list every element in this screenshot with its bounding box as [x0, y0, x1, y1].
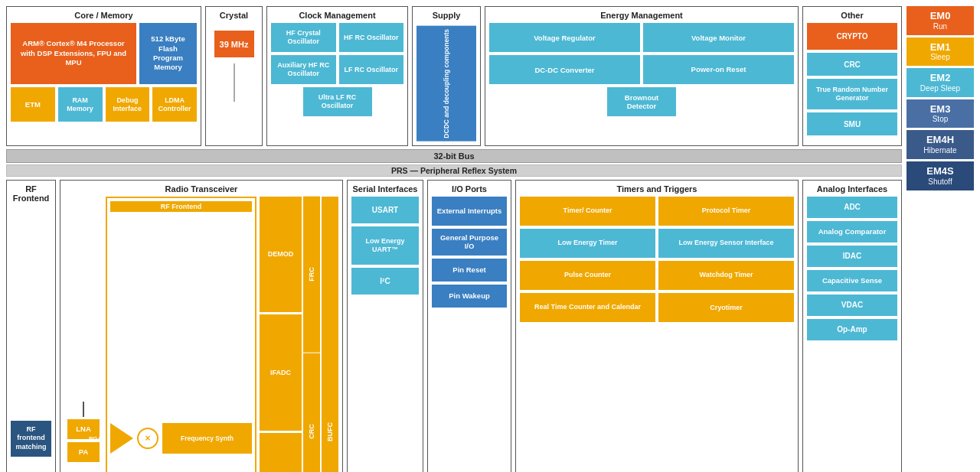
- em3-box: EM3 Stop: [906, 99, 974, 129]
- em4s-box: EM4S Shutoff: [906, 161, 974, 190]
- serial-section: Serial Interfaces USART Low Energy UART™…: [347, 180, 423, 472]
- crc-radio-box: CRC: [303, 353, 320, 472]
- rf-components-row: PGA × Frequency Synth: [110, 215, 252, 472]
- dcdc-box: DCDC and decoupling components: [416, 26, 476, 142]
- protocol-timer-box: Protocol Timer: [658, 197, 794, 226]
- lf-rc-box: LF RC Oscillator: [339, 55, 404, 84]
- io-section: I/O Ports External Interrupts General Pu…: [427, 180, 511, 472]
- demod-box: DEMOD: [260, 197, 302, 313]
- pga-label: PGA: [89, 435, 102, 442]
- io-title: I/O Ports: [432, 184, 507, 194]
- adc-box: ADC: [807, 197, 897, 218]
- timers-section: Timers and Triggers Timer/ Counter Proto…: [515, 180, 799, 472]
- em0-label: EM0: [910, 10, 971, 22]
- analog-stack: ADC Analog Comparator IDAC Capacitive Se…: [807, 197, 897, 340]
- pulse-counter-box: Pulse Counter: [520, 261, 655, 290]
- em4h-label: EM4H: [910, 134, 971, 146]
- cryotimer-box: Cryotimer: [658, 293, 794, 322]
- cap-sense-box: Capacitive Sense: [807, 270, 897, 291]
- low-energy-uart-box: Low Energy UART™: [351, 226, 419, 265]
- rf-frontend-label: RF frontend matching: [11, 421, 51, 457]
- serial-stack: USART Low Energy UART™ I²C: [351, 197, 419, 295]
- em1-label: EM1: [910, 41, 971, 54]
- core-row1: ARM® Cortex® M4 Processor with DSP Exten…: [11, 23, 197, 84]
- bus-section: 32-bit Bus PRS — Peripheral Reflex Syste…: [6, 149, 902, 177]
- vdac-box: VDAC: [807, 295, 897, 316]
- timers-title: Timers and Triggers: [520, 184, 794, 194]
- ultra-lf-box: Ultra LF RC Oscillator: [303, 87, 372, 116]
- radio-section: Radio Transceiver LNA PA RF Frontend: [60, 180, 343, 472]
- arm-box: ARM® Cortex® M4 Processor with DSP Exten…: [11, 23, 136, 84]
- radio-right: DEMOD IFADC AGC MOD FRC CRC RAC: [260, 197, 338, 472]
- idac-box: IDAC: [807, 246, 897, 267]
- energy-section: Energy Management Voltage Regulator Volt…: [485, 6, 799, 146]
- watchdog-box: Watchdog Timer: [658, 261, 794, 290]
- io-stack: External Interrupts General Purpose I/O …: [432, 197, 507, 308]
- flash-box: 512 kByte Flash Program Memory: [139, 23, 197, 84]
- serial-title: Serial Interfaces: [351, 184, 419, 194]
- clock-section: Clock Management HF Crystal Oscillator H…: [266, 6, 408, 146]
- energy-grid: Voltage Regulator Voltage Monitor DC-DC …: [489, 23, 794, 84]
- clock-grid: HF Crystal Oscillator HF RC Oscillator A…: [271, 23, 403, 84]
- em4s-label: EM4S: [910, 165, 971, 177]
- em4h-sublabel: Hibernate: [910, 146, 971, 155]
- crystal-section: Crystal 39 MHz: [205, 6, 263, 146]
- clock-bottom: Ultra LF RC Oscillator: [271, 87, 403, 116]
- i2c-box: I²C: [351, 268, 419, 295]
- em4h-box: EM4H Hibernate: [906, 130, 974, 159]
- dsp-col: DEMOD IFADC AGC MOD: [260, 197, 302, 472]
- real-time-box: Real Time Counter and Calendar: [520, 293, 655, 322]
- voltage-reg-box: Voltage Regulator: [489, 23, 640, 52]
- core-memory-section: Core / Memory ARM® Cortex® M4 Processor …: [6, 6, 201, 146]
- low-energy-timer-box: Low Energy Timer: [520, 229, 655, 258]
- radio-left: LNA PA: [64, 197, 103, 472]
- radio-antenna-line: [83, 402, 84, 417]
- brownout-box: Brownout Detector: [607, 87, 676, 116]
- core-memory-content: ARM® Cortex® M4 Processor with DSP Exten…: [11, 23, 197, 122]
- bus-prs: PRS — Peripheral Reflex System: [6, 164, 902, 177]
- crystal-freq: 39 MHz: [214, 31, 254, 57]
- pa-box: PA: [67, 442, 100, 462]
- em1-box: EM1 Sleep: [906, 37, 974, 67]
- analog-comp-box: Analog Comparator: [807, 221, 897, 243]
- other-section: Other CRYPTO CRC True Random Number Gene…: [802, 6, 902, 146]
- em3-label: EM3: [910, 103, 971, 116]
- trng-box: True Random Number Generator: [807, 79, 897, 109]
- pga-triangle: [110, 423, 133, 454]
- aux-hf-box: Auxiliary HF RC Oscillator: [271, 55, 336, 84]
- rf-frontend-inner: RF Frontend PGA × Frequency Synth: [106, 197, 256, 472]
- crystal-line: [234, 63, 235, 102]
- bus-32bit: 32-bit Bus: [6, 149, 902, 163]
- pin-wakeup-box: Pin Wakeup: [432, 285, 507, 308]
- radio-inner: LNA PA RF Frontend PGA: [64, 197, 338, 472]
- rf-frontend-inner-label: RF Frontend: [110, 201, 252, 212]
- crc-box: CRC: [807, 53, 897, 76]
- other-title: Other: [807, 11, 897, 20]
- analog-title: Analog Interfaces: [807, 184, 897, 194]
- core-row2: ETM RAM Memory Debug Interface LDMA Cont…: [11, 87, 197, 122]
- clock-title: Clock Management: [271, 11, 403, 20]
- timers-grid: Timer/ Counter Protocol Timer Low Energy…: [520, 197, 794, 322]
- core-memory-title: Core / Memory: [11, 11, 197, 20]
- etm-box: ETM: [11, 87, 55, 122]
- ext-int-box: External Interrupts: [432, 197, 507, 226]
- frc-col: FRC CRC RAC: [303, 197, 320, 472]
- em1-sublabel: Sleep: [910, 53, 971, 62]
- op-amp-box: Op-Amp: [807, 319, 897, 340]
- em0-box: EM0 Run: [906, 6, 974, 35]
- em2-sublabel: Deep Sleep: [910, 84, 971, 93]
- rf-frontend-label-area: RF frontend matching: [11, 209, 51, 472]
- supply-inner: DCDC and decoupling components: [416, 26, 476, 142]
- bufc-box: BUFC: [322, 197, 338, 472]
- em2-box: EM2 Deep Sleep: [906, 68, 974, 97]
- crystal-title: Crystal: [220, 11, 248, 20]
- em0-sublabel: Run: [910, 22, 971, 31]
- analog-section: Analog Interfaces ADC Analog Comparator …: [802, 180, 902, 472]
- pin-reset-box: Pin Reset: [432, 259, 507, 282]
- ram-box: RAM Memory: [58, 87, 103, 122]
- pga-area: PGA: [110, 423, 133, 454]
- bufc-col: BUFC: [322, 197, 338, 472]
- em3-sublabel: Stop: [910, 115, 971, 124]
- gen-purpose-box: General Purpose I/O: [432, 229, 507, 256]
- rf-frontend-outer: RF Frontend RF frontend matching: [6, 180, 56, 472]
